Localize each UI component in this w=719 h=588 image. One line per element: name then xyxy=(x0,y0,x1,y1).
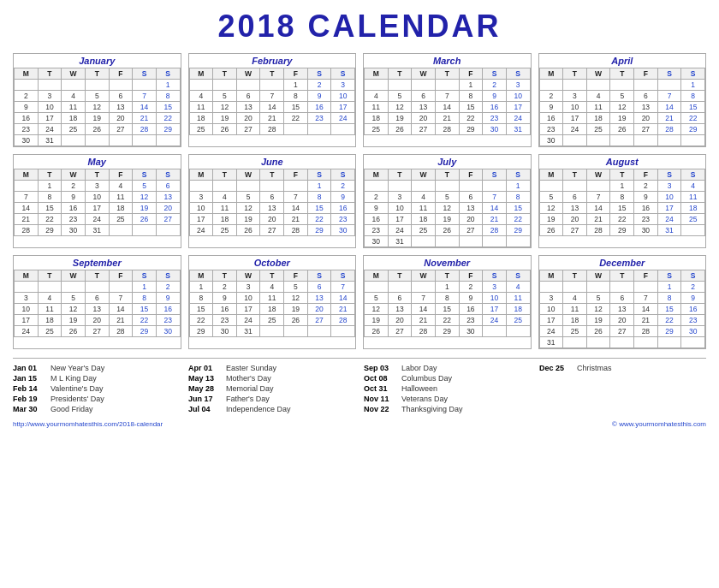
calendar-day: 25 xyxy=(412,225,436,236)
calendar-day xyxy=(109,80,133,91)
calendar-day: 5 xyxy=(365,293,389,304)
calendar-day xyxy=(38,282,62,293)
calendar-day xyxy=(284,326,308,337)
holiday-item: Jan 15M L King Day xyxy=(13,374,180,383)
calendar-day: 23 xyxy=(459,315,483,326)
calendar-day xyxy=(38,80,62,91)
calendar-day: 2 xyxy=(539,91,563,102)
calendar-day: 23 xyxy=(634,214,658,225)
month-title: June xyxy=(189,155,356,169)
calendar-day: 27 xyxy=(634,124,658,135)
calendar-day: 6 xyxy=(563,192,587,203)
calendar-day: 11 xyxy=(109,192,133,203)
calendar-day: 21 xyxy=(109,315,133,326)
calendar-day: 8 xyxy=(459,91,483,102)
calendar-day: 9 xyxy=(539,102,563,113)
holiday-item: Sep 03Labor Day xyxy=(364,364,531,372)
calendar-day: 1 xyxy=(435,282,459,293)
calendar-day: 24 xyxy=(85,214,109,225)
calendar-day: 5 xyxy=(435,192,459,203)
calendar-day xyxy=(563,80,587,91)
calendar-day: 6 xyxy=(156,181,180,192)
calendar-day xyxy=(189,80,213,91)
calendar-day: 23 xyxy=(62,214,86,225)
calendar-day: 11 xyxy=(506,293,530,304)
calendar-day: 23 xyxy=(365,225,389,236)
calendar-day: 11 xyxy=(260,293,284,304)
calendar-day: 31 xyxy=(506,124,530,135)
calendar-day: 27 xyxy=(307,315,331,326)
month-table: MTWTFSS123456789101112131415161718192021… xyxy=(364,68,531,135)
calendar-day: 5 xyxy=(388,91,412,102)
calendar-day xyxy=(260,181,284,192)
calendar-day: 7 xyxy=(260,91,284,102)
calendar-day: 28 xyxy=(15,225,39,236)
calendar-day: 29 xyxy=(459,124,483,135)
calendar-day: 3 xyxy=(539,293,563,304)
day-header: M xyxy=(189,169,213,181)
calendar-day: 16 xyxy=(307,102,331,113)
calendar-day: 25 xyxy=(62,124,86,135)
day-header: M xyxy=(189,270,213,282)
calendar-day: 9 xyxy=(62,192,86,203)
calendar-day xyxy=(435,80,459,91)
calendar-day: 19 xyxy=(236,214,260,225)
holiday-col-4: Dec 25Christmas xyxy=(539,364,706,415)
day-header: F xyxy=(284,68,308,80)
day-header: S xyxy=(506,270,530,282)
calendar-day: 15 xyxy=(506,203,530,214)
month-block-july: JulyMTWTFSS12345678910111213141516171819… xyxy=(363,154,532,248)
calendar-day: 10 xyxy=(657,192,681,203)
calendar-day xyxy=(412,80,436,91)
calendar-day: 3 xyxy=(38,91,62,102)
calendar-day: 13 xyxy=(412,102,436,113)
holiday-item: Feb 19Presidents' Day xyxy=(13,395,180,403)
day-header: M xyxy=(539,68,563,80)
calendar-day: 15 xyxy=(189,304,213,315)
day-header: W xyxy=(586,270,610,282)
calendar-day xyxy=(506,236,530,247)
calendar-day: 19 xyxy=(586,315,610,326)
calendar-day: 6 xyxy=(85,293,109,304)
calendar-day: 31 xyxy=(388,236,412,247)
day-header: T xyxy=(610,68,634,80)
calendar-day: 7 xyxy=(284,192,308,203)
day-header: S xyxy=(156,68,180,80)
calendar-day: 9 xyxy=(483,91,507,102)
calendar-day: 12 xyxy=(213,102,237,113)
holiday-date: Apr 01 xyxy=(188,364,223,372)
calendar-day: 22 xyxy=(506,214,530,225)
calendar-day: 9 xyxy=(681,293,705,304)
holiday-name: Memorial Day xyxy=(226,384,274,393)
calendar-day xyxy=(681,135,705,146)
day-header: M xyxy=(15,68,39,80)
calendar-day: 25 xyxy=(681,214,705,225)
calendar-day: 16 xyxy=(483,102,507,113)
calendar-day: 2 xyxy=(62,181,86,192)
calendar-day: 15 xyxy=(38,203,62,214)
day-header: W xyxy=(236,169,260,181)
calendar-day: 12 xyxy=(388,102,412,113)
calendar-day: 24 xyxy=(331,113,355,124)
calendar-day: 10 xyxy=(506,91,530,102)
holiday-name: Presidents' Day xyxy=(51,395,104,403)
calendar-day xyxy=(284,181,308,192)
calendar-day: 6 xyxy=(388,293,412,304)
calendar-day xyxy=(563,181,587,192)
holiday-date: Dec 25 xyxy=(539,364,573,372)
holiday-date: Oct 08 xyxy=(364,374,398,383)
month-block-may: MayMTWTFSS123456789101112131415161718192… xyxy=(13,154,181,248)
calendar-day: 17 xyxy=(506,102,530,113)
calendar-day: 7 xyxy=(586,192,610,203)
calendar-day: 29 xyxy=(189,326,213,337)
calendar-day: 11 xyxy=(38,304,62,315)
day-header: T xyxy=(388,270,412,282)
calendar-day: 24 xyxy=(38,124,62,135)
calendar-day: 8 xyxy=(156,91,180,102)
calendar-day xyxy=(109,225,133,236)
day-header: F xyxy=(634,169,658,181)
calendar-day: 24 xyxy=(657,214,681,225)
holiday-name: Labor Day xyxy=(401,364,437,372)
holiday-date: May 28 xyxy=(188,384,223,393)
calendar-day xyxy=(539,80,563,91)
